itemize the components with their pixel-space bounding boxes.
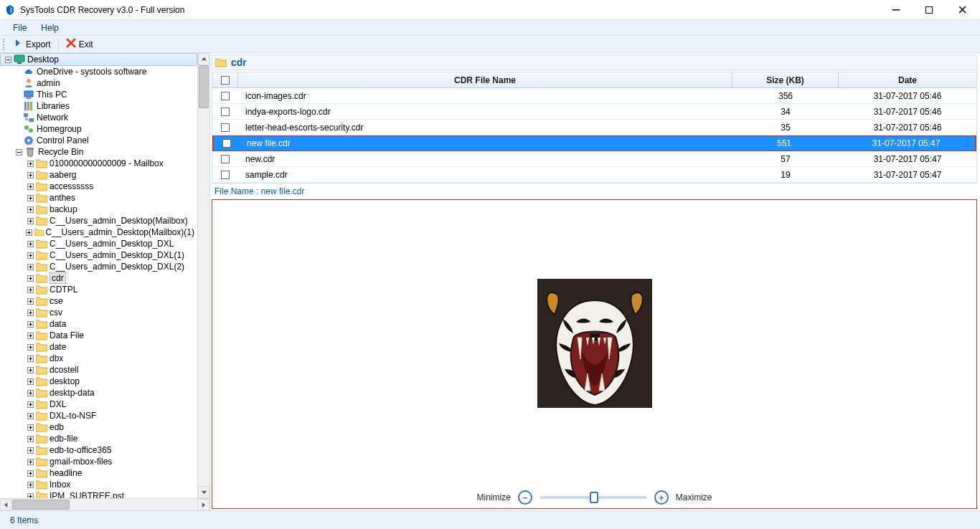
tree-item-recycle-bin[interactable]: Recycle Bin xyxy=(0,146,197,158)
row-checkbox[interactable] xyxy=(212,171,238,179)
tree-expander-icon[interactable] xyxy=(26,434,34,443)
grid-header-size[interactable]: Size (KB) xyxy=(732,72,839,87)
tree-item-headline[interactable]: headline xyxy=(0,467,197,479)
tree-item-inbox[interactable]: Inbox xyxy=(0,479,197,490)
tree-item-control-panel[interactable]: Control Panel xyxy=(0,135,197,146)
tree-item-dbx[interactable]: dbx xyxy=(0,353,197,364)
tree-expander-icon[interactable] xyxy=(26,469,34,477)
tree-expander-icon[interactable] xyxy=(14,148,23,156)
table-row[interactable]: icon-images.cdr35631-07-2017 05:46 xyxy=(212,88,976,104)
tree-expander-icon[interactable] xyxy=(26,171,34,179)
menu-file[interactable]: File xyxy=(6,22,34,34)
menu-help[interactable]: Help xyxy=(34,22,66,34)
scroll-thumb[interactable] xyxy=(199,65,209,108)
grid-header-name[interactable]: CDR File Name xyxy=(238,72,732,87)
scroll-right-icon[interactable] xyxy=(197,499,209,510)
minimize-button[interactable] xyxy=(880,0,913,20)
tree-expander-icon[interactable] xyxy=(26,274,34,282)
scroll-up-icon[interactable] xyxy=(198,53,209,65)
tree-expander-icon[interactable] xyxy=(26,366,34,374)
tree-expander-icon[interactable] xyxy=(26,285,34,294)
tree-item-cse[interactable]: cse xyxy=(0,295,197,307)
zoom-slider[interactable] xyxy=(540,496,647,499)
tree-expander-icon[interactable] xyxy=(26,354,34,363)
tree-item-data[interactable]: data xyxy=(0,318,197,330)
tree-item-edb-to-office365[interactable]: edb-to-office365 xyxy=(0,444,197,456)
maximize-button[interactable] xyxy=(913,0,946,20)
tree-expander-icon[interactable] xyxy=(26,423,34,432)
tree-item-desktp-data[interactable]: desktp-data xyxy=(0,387,197,399)
tree-hscrollbar[interactable] xyxy=(0,498,209,510)
tree-item-onedrive-systools-software[interactable]: OneDrive - systools software xyxy=(0,66,197,77)
tree-expander-icon[interactable] xyxy=(26,400,34,409)
row-checkbox[interactable] xyxy=(214,139,240,148)
tree-expander-icon[interactable] xyxy=(26,492,34,498)
tree-item-c-users-admin-desktop-mailbox-1-[interactable]: C__Users_admin_Desktop(Mailbox)(1) xyxy=(0,227,197,238)
tree-item-ipm-subtree-pst[interactable]: IPM_SUBTREE.pst xyxy=(0,490,197,498)
tree-item-gmail-mbox-files[interactable]: gmail-mbox-files xyxy=(0,456,197,467)
tree-expander-icon[interactable] xyxy=(26,159,34,168)
tree-item-data-file[interactable]: Data File xyxy=(0,330,197,341)
tree-expander-icon[interactable] xyxy=(26,343,34,351)
tree-expander-icon[interactable] xyxy=(26,251,34,259)
row-checkbox[interactable] xyxy=(212,108,238,116)
export-button[interactable]: Export xyxy=(9,37,55,52)
grid-header-checkbox[interactable] xyxy=(212,72,238,87)
tree-expander-icon[interactable] xyxy=(26,297,34,305)
tree-item-dxl-to-nsf[interactable]: DXL-to-NSF xyxy=(0,410,197,421)
tree-expander-icon[interactable] xyxy=(26,446,34,454)
scroll-thumb[interactable] xyxy=(12,500,70,510)
tree-expander-icon[interactable] xyxy=(26,262,34,271)
tree-vscrollbar[interactable] xyxy=(197,53,209,498)
tree-item-dxl[interactable]: DXL xyxy=(0,399,197,410)
tree-scroll[interactable]: DesktopOneDrive - systools softwareadmin… xyxy=(0,53,197,498)
tree-item-dcostell[interactable]: dcostell xyxy=(0,364,197,376)
tree-item-libraries[interactable]: Libraries xyxy=(0,100,197,112)
tree-expander-icon[interactable] xyxy=(26,480,34,489)
table-row[interactable]: indya-exports-logo.cdr3431-07-2017 05:46 xyxy=(212,104,976,120)
zoom-out-button[interactable]: − xyxy=(518,490,532,505)
tree-item-c-users-admin-desktop-mailbox-[interactable]: C__Users_admin_Desktop(Mailbox) xyxy=(0,215,197,227)
tree-item-desktop[interactable]: desktop xyxy=(0,376,197,387)
tree-expander-icon[interactable] xyxy=(26,411,34,420)
zoom-slider-thumb[interactable] xyxy=(590,492,598,503)
scroll-left-icon[interactable] xyxy=(0,499,12,510)
tree-item-0100000000000009-mailbox[interactable]: 0100000000000009 - Mailbox xyxy=(0,158,197,169)
table-row[interactable]: sample.cdr1931-07-2017 05:47 xyxy=(212,167,976,183)
scroll-down-icon[interactable] xyxy=(198,486,209,498)
tree-expander-icon[interactable] xyxy=(26,320,34,328)
zoom-in-button[interactable]: + xyxy=(654,490,669,505)
tree-expander-icon[interactable] xyxy=(26,389,34,397)
tree-expander-icon[interactable] xyxy=(26,194,34,202)
tree-item-csv[interactable]: csv xyxy=(0,307,197,318)
tree-expander-icon[interactable] xyxy=(26,182,34,191)
tree-expander-icon[interactable] xyxy=(26,457,34,466)
tree-item-cdtpl[interactable]: CDTPL xyxy=(0,284,197,295)
tree-expander-icon[interactable] xyxy=(26,239,34,248)
tree-item-aaberg[interactable]: aaberg xyxy=(0,169,197,181)
table-row[interactable]: new.cdr5731-07-2017 05:47 xyxy=(212,151,976,167)
tree-item-c-users-admin-desktop-dxl-2-[interactable]: C__Users_admin_Desktop_DXL(2) xyxy=(0,261,197,272)
tree-item-cdr[interactable]: cdr xyxy=(0,272,197,284)
table-row[interactable]: new file.cdr55131-07-2017 05:47 xyxy=(212,135,976,151)
grid-header-date[interactable]: Date xyxy=(839,72,976,87)
close-button[interactable] xyxy=(946,0,979,20)
tree-item-anthes[interactable]: anthes xyxy=(0,192,197,204)
tree-item-network[interactable]: Network xyxy=(0,112,197,123)
tree-item-edb[interactable]: edb xyxy=(0,421,197,433)
table-row[interactable]: letter-head-escorts-security.cdr3531-07-… xyxy=(212,120,976,135)
tree-expander-icon[interactable] xyxy=(26,331,34,340)
row-checkbox[interactable] xyxy=(212,92,238,100)
row-checkbox[interactable] xyxy=(212,123,238,132)
row-checkbox[interactable] xyxy=(212,155,238,163)
tree-item-homegroup[interactable]: Homegroup xyxy=(0,123,197,135)
tree-item-this-pc[interactable]: This PC xyxy=(0,89,197,100)
tree-item-edb-file[interactable]: edb-file xyxy=(0,433,197,444)
tree-item-date[interactable]: date xyxy=(0,341,197,353)
tree-expander-icon[interactable] xyxy=(26,205,34,214)
tree-expander-icon[interactable] xyxy=(26,377,34,386)
tree-expander-icon[interactable] xyxy=(4,55,12,64)
tree-item-accessssss[interactable]: accessssss xyxy=(0,181,197,192)
tree-expander-icon[interactable] xyxy=(26,308,34,317)
exit-button[interactable]: Exit xyxy=(62,37,98,52)
